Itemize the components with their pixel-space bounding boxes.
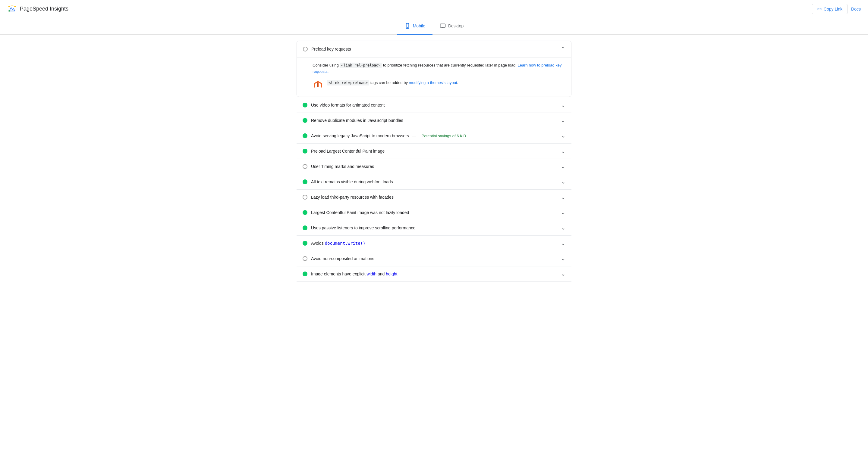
chevron-down-icon-10: ⌄ [561, 240, 565, 246]
desktop-icon [440, 23, 446, 29]
svg-rect-3 [407, 27, 408, 28]
audit-item-left-3: Avoid serving legacy JavaScript to moder… [303, 133, 466, 138]
magento-text: <link rel=preload> tags can be added by … [327, 80, 458, 86]
header-left: PageSpeed Insights [7, 4, 68, 14]
panel-body: Consider using <link rel=preload> to pri… [297, 57, 571, 97]
magento-text-suffix: . [457, 80, 458, 85]
audit-item-left-11: Avoid non-composited animations [303, 256, 374, 261]
audit-label-4: Preload Largest Contentful Paint image [311, 149, 384, 154]
status-dot-green-3 [303, 133, 307, 138]
preload-key-requests-panel: Preload key requests ⌃ Consider using <l… [297, 41, 571, 97]
chevron-down-icon-5: ⌄ [561, 163, 565, 170]
audit-label-6: All text remains visible during webfont … [311, 179, 393, 184]
audit-item-left-10: Avoids document.write() [303, 241, 366, 246]
magento-layout-link[interactable]: modifying a themes's layout [409, 80, 457, 85]
status-dot-na-7 [303, 195, 307, 200]
audit-label-8: Largest Contentful Paint image was not l… [311, 210, 409, 215]
audit-item-left-8: Largest Contentful Paint image was not l… [303, 210, 409, 215]
status-dot-na [303, 47, 308, 52]
tab-desktop[interactable]: Desktop [433, 18, 471, 35]
app-title: PageSpeed Insights [20, 6, 68, 12]
status-dot-green-12 [303, 272, 307, 276]
tab-mobile[interactable]: Mobile [397, 18, 433, 35]
chevron-down-icon-3: ⌄ [561, 132, 565, 139]
audit-item-5[interactable]: User Timing marks and measures ⌄ [297, 159, 571, 174]
audit-item-6[interactable]: All text remains visible during webfont … [297, 174, 571, 190]
status-dot-green-10 [303, 241, 307, 246]
document-write-link[interactable]: document.write() [325, 241, 366, 246]
audit-label-3: Avoid serving legacy JavaScript to moder… [311, 133, 466, 138]
audit-list: Use video formats for animated content ⌄… [297, 98, 571, 282]
audit-label-9: Uses passive listeners to improve scroll… [311, 226, 415, 230]
tabs-nav: Mobile Desktop [0, 18, 868, 35]
app-header: PageSpeed Insights Copy Link Docs [0, 0, 868, 18]
tab-desktop-label: Desktop [448, 24, 464, 28]
panel-header-left: Preload key requests [303, 47, 351, 52]
status-dot-green-9 [303, 226, 307, 230]
status-dot-green-8 [303, 210, 307, 215]
chevron-down-icon-7: ⌄ [561, 194, 565, 201]
mobile-icon [404, 23, 410, 29]
audit-label-7: Lazy load third-party resources with fac… [311, 195, 394, 200]
audit-item-7[interactable]: Lazy load third-party resources with fac… [297, 190, 571, 205]
pagespeed-logo-icon [7, 4, 17, 14]
panel-description: Consider using <link rel=preload> to pri… [313, 62, 564, 75]
audit-item-8[interactable]: Largest Contentful Paint image was not l… [297, 205, 571, 220]
description-suffix: to prioritize fetching resources that ar… [382, 63, 518, 67]
chevron-down-icon-12: ⌄ [561, 271, 565, 277]
audit-label-2: Remove duplicate modules in JavaScript b… [311, 118, 403, 123]
panel-title: Preload key requests [311, 47, 351, 52]
audit-item-10[interactable]: Avoids document.write() ⌄ [297, 236, 571, 251]
docs-link[interactable]: Docs [851, 7, 861, 11]
audit-item-11[interactable]: Avoid non-composited animations ⌄ [297, 251, 571, 266]
copy-link-button[interactable]: Copy Link [812, 4, 847, 14]
audit-item-left-1: Use video formats for animated content [303, 103, 384, 107]
audit-item-4[interactable]: Preload Largest Contentful Paint image ⌄ [297, 144, 571, 159]
chevron-down-icon-9: ⌄ [561, 225, 565, 231]
status-dot-green-1 [303, 103, 307, 107]
preload-key-requests-header[interactable]: Preload key requests ⌃ [297, 41, 571, 57]
chevron-down-icon-2: ⌄ [561, 117, 565, 124]
svg-point-1 [8, 10, 10, 12]
chevron-down-icon-8: ⌄ [561, 209, 565, 216]
svg-rect-5 [440, 24, 445, 27]
audit-item-2[interactable]: Remove duplicate modules in JavaScript b… [297, 113, 571, 128]
audit-label-1: Use video formats for animated content [311, 103, 384, 107]
code-snippet: <link rel=preload> [340, 63, 382, 68]
height-link[interactable]: height [386, 272, 397, 276]
status-dot-green-2 [303, 118, 307, 123]
status-dot-green-6 [303, 179, 307, 184]
main-content: Preload key requests ⌃ Consider using <l… [289, 35, 579, 288]
magento-code: <link rel=preload> [327, 80, 369, 86]
audit-label-12: Image elements have explicit width and h… [311, 272, 397, 276]
audit-item-12[interactable]: Image elements have explicit width and h… [297, 266, 571, 282]
magento-text-prefix: <link rel=preload> tags can be added by [327, 80, 409, 85]
audit-item-left-7: Lazy load third-party resources with fac… [303, 195, 394, 200]
link-icon [817, 7, 822, 11]
audit-item-left-9: Uses passive listeners to improve scroll… [303, 226, 415, 230]
audit-item-left-4: Preload Largest Contentful Paint image [303, 149, 384, 154]
chevron-down-icon-11: ⌄ [561, 255, 565, 262]
chevron-down-icon-4: ⌄ [561, 148, 565, 155]
description-prefix: Consider using [313, 63, 340, 67]
width-link[interactable]: width [367, 272, 376, 276]
audit-label-10: Avoids document.write() [311, 241, 366, 246]
chevron-down-icon-6: ⌄ [561, 178, 565, 185]
audit-item-3[interactable]: Avoid serving legacy JavaScript to moder… [297, 128, 571, 144]
tab-mobile-label: Mobile [413, 24, 425, 28]
chevron-down-icon-1: ⌄ [561, 102, 565, 108]
audit-item-1[interactable]: Use video formats for animated content ⌄ [297, 98, 571, 113]
status-dot-na-11 [303, 256, 307, 261]
audit-item-left-6: All text remains visible during webfont … [303, 179, 393, 184]
audit-item-left-2: Remove duplicate modules in JavaScript b… [303, 118, 403, 123]
audit-label-11: Avoid non-composited animations [311, 256, 374, 261]
audit-label-5: User Timing marks and measures [311, 164, 374, 169]
header-right: Copy Link Docs [812, 4, 861, 14]
savings-badge-3: Potential savings of 6 KiB [422, 134, 466, 138]
audit-item-9[interactable]: Uses passive listeners to improve scroll… [297, 220, 571, 236]
chevron-up-icon: ⌃ [561, 46, 565, 53]
magento-notice: <link rel=preload> tags can be added by … [313, 80, 564, 91]
status-dot-green-4 [303, 149, 307, 154]
status-dot-na-5 [303, 164, 307, 169]
magento-icon [313, 80, 323, 91]
